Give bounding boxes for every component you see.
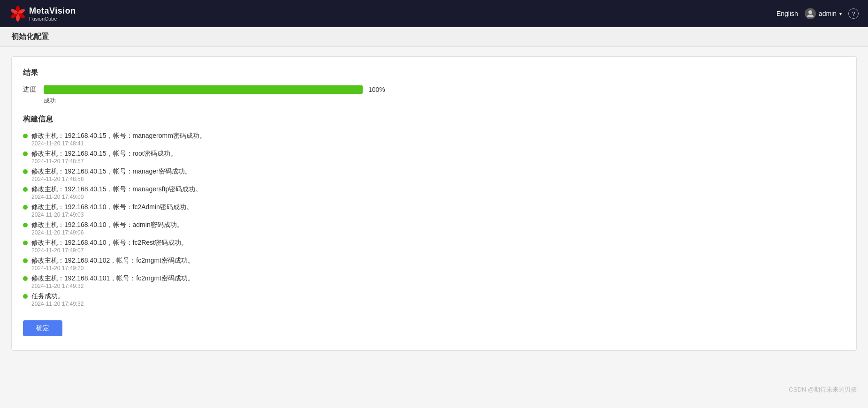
- log-time: 2024-11-20 17:49:32: [31, 301, 84, 307]
- footer-area: 确定: [23, 320, 845, 336]
- user-area[interactable]: admin ▾: [805, 8, 842, 19]
- log-item: 任务成功。 2024-11-20 17:49:32: [23, 291, 845, 308]
- huawei-logo: MetaVision FusionCube: [9, 5, 76, 22]
- log-message: 修改主机：192.168.40.15，帐号：manageromm密码成功。: [31, 132, 206, 140]
- log-item: 修改主机：192.168.40.15，帐号：root密码成功。 2024-11-…: [23, 149, 845, 166]
- progress-label: 进度: [23, 85, 38, 94]
- log-item: 修改主机：192.168.40.101，帐号：fc2mgmt密码成功。 2024…: [23, 273, 845, 290]
- logo-text-block: MetaVision FusionCube: [29, 6, 76, 22]
- result-card: 结果 进度 100% 成功 构建信息 修改主机：192.168.40.15，帐号…: [11, 56, 857, 351]
- progress-status: 成功: [44, 97, 845, 105]
- logo-fusioncube: FusionCube: [29, 16, 76, 22]
- progress-bar-container: [44, 85, 363, 94]
- main-content: 结果 进度 100% 成功 构建信息 修改主机：192.168.40.15，帐号…: [0, 47, 868, 407]
- log-content: 修改主机：192.168.40.15，帐号：manageromm密码成功。 20…: [31, 132, 206, 147]
- log-content: 修改主机：192.168.40.102，帐号：fc2mgmt密码成功。 2024…: [31, 257, 194, 272]
- log-message: 修改主机：192.168.40.102，帐号：fc2mgmt密码成功。: [31, 257, 194, 265]
- log-content: 任务成功。 2024-11-20 17:49:32: [31, 292, 84, 307]
- log-time: 2024-11-20 17:49:03: [31, 212, 193, 218]
- huawei-logo-icon: [9, 5, 26, 22]
- header-left: MetaVision FusionCube: [9, 5, 76, 22]
- log-content: 修改主机：192.168.40.15，帐号：manager密码成功。 2024-…: [31, 167, 191, 182]
- log-time: 2024-11-20 17:49:32: [31, 283, 194, 289]
- log-item: 修改主机：192.168.40.102，帐号：fc2mgmt密码成功。 2024…: [23, 256, 845, 272]
- log-time: 2024-11-20 17:48:41: [31, 140, 206, 147]
- log-time: 2024-11-20 17:49:06: [31, 229, 183, 236]
- log-message: 修改主机：192.168.40.15，帐号：managersftp密码成功。: [31, 185, 202, 194]
- log-time: 2024-11-20 17:48:58: [31, 176, 191, 182]
- log-content: 修改主机：192.168.40.15，帐号：root密码成功。 2024-11-…: [31, 150, 177, 165]
- log-time: 2024-11-20 17:49:00: [31, 194, 202, 200]
- log-message: 修改主机：192.168.40.10，帐号：fc2Rest密码成功。: [31, 239, 188, 247]
- help-icon[interactable]: ?: [848, 8, 859, 19]
- log-time: 2024-11-20 17:49:20: [31, 265, 194, 272]
- progress-percent: 100%: [368, 86, 387, 93]
- log-list: 修改主机：192.168.40.15，帐号：manageromm密码成功。 20…: [23, 131, 845, 309]
- log-dot: [23, 223, 28, 227]
- log-item: 修改主机：192.168.40.15，帐号：managersftp密码成功。 2…: [23, 184, 845, 201]
- logo-metavision: MetaVision: [29, 6, 76, 16]
- log-dot: [23, 205, 28, 210]
- progress-row: 进度 100%: [23, 85, 845, 94]
- log-item: 修改主机：192.168.40.15，帐号：manageromm密码成功。 20…: [23, 131, 845, 148]
- log-content: 修改主机：192.168.40.10，帐号：fc2Rest密码成功。 2024-…: [31, 239, 188, 254]
- log-message: 修改主机：192.168.40.10，帐号：admin密码成功。: [31, 221, 183, 229]
- result-section-title: 结果: [23, 68, 845, 78]
- log-message: 修改主机：192.168.40.101，帐号：fc2mgmt密码成功。: [31, 274, 194, 283]
- confirm-button[interactable]: 确定: [23, 320, 62, 336]
- log-dot: [23, 187, 28, 192]
- log-dot: [23, 258, 28, 263]
- log-content: 修改主机：192.168.40.10，帐号：admin密码成功。 2024-11…: [31, 221, 183, 236]
- log-content: 修改主机：192.168.40.10，帐号：fc2Admin密码成功。 2024…: [31, 203, 193, 218]
- log-item: 修改主机：192.168.40.10，帐号：admin密码成功。 2024-11…: [23, 220, 845, 237]
- user-avatar-icon: [805, 8, 816, 19]
- log-item: 修改主机：192.168.40.15，帐号：manager密码成功。 2024-…: [23, 166, 845, 183]
- log-message: 任务成功。: [31, 292, 84, 301]
- header-right: English admin ▾ ?: [777, 8, 859, 19]
- log-dot: [23, 151, 28, 156]
- log-time: 2024-11-20 17:49:07: [31, 247, 188, 254]
- help-label: ?: [852, 10, 855, 17]
- log-dot: [23, 276, 28, 281]
- log-dot: [23, 169, 28, 174]
- build-info-title: 构建信息: [23, 114, 845, 124]
- log-content: 修改主机：192.168.40.101，帐号：fc2mgmt密码成功。 2024…: [31, 274, 194, 289]
- page-title: 初始化配置: [11, 32, 49, 40]
- progress-bar-fill: [44, 85, 363, 94]
- page-title-bar: 初始化配置: [0, 27, 868, 47]
- header: MetaVision FusionCube English admin ▾ ?: [0, 0, 868, 27]
- username-label: admin: [819, 10, 837, 17]
- log-message: 修改主机：192.168.40.15，帐号：manager密码成功。: [31, 167, 191, 176]
- log-item: 修改主机：192.168.40.10，帐号：fc2Admin密码成功。 2024…: [23, 202, 845, 219]
- log-dot: [23, 134, 28, 138]
- log-time: 2024-11-20 17:48:57: [31, 158, 177, 165]
- log-content: 修改主机：192.168.40.15，帐号：managersftp密码成功。 2…: [31, 185, 202, 200]
- language-button[interactable]: English: [777, 10, 798, 17]
- svg-point-7: [807, 15, 814, 17]
- log-item: 修改主机：192.168.40.10，帐号：fc2Rest密码成功。 2024-…: [23, 238, 845, 255]
- log-message: 修改主机：192.168.40.15，帐号：root密码成功。: [31, 150, 177, 158]
- log-dot: [23, 294, 28, 299]
- log-dot: [23, 241, 28, 245]
- chevron-down-icon: ▾: [839, 11, 842, 16]
- svg-point-6: [808, 10, 812, 14]
- log-message: 修改主机：192.168.40.10，帐号：fc2Admin密码成功。: [31, 203, 193, 212]
